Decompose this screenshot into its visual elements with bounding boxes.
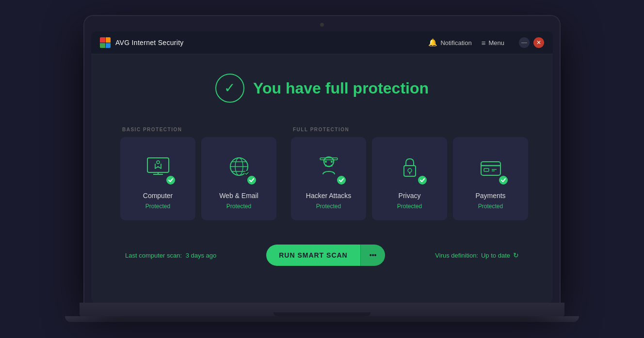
titlebar: AVG Internet Security 🔔 Notification ≡ M… (91, 31, 553, 54)
close-button[interactable]: ✕ (533, 37, 544, 48)
status-icon-circle: ✓ (215, 74, 244, 103)
minimize-button[interactable]: — (519, 37, 530, 48)
full-section-cards: Hacker Attacks Protected (291, 137, 528, 220)
hacker-card-name: Hacker Attacks (306, 191, 351, 200)
status-prefix: You have (253, 79, 325, 97)
basic-protection-section: BASIC PROTECTION (120, 127, 276, 220)
virus-def-status: Up to date (481, 252, 510, 259)
status-highlight: full protection (325, 79, 429, 97)
badge-check-icon-3 (338, 177, 344, 183)
scan-info: Last computer scan: 3 days ago (125, 252, 216, 259)
privacy-check-badge (417, 175, 428, 185)
basic-section-cards: Computer Protected (120, 137, 276, 220)
web-email-card-name: Web & Email (219, 191, 258, 200)
scan-label: Last computer scan: (125, 252, 182, 259)
payments-card-status: Protected (478, 203, 503, 210)
hacker-icon-area (312, 151, 346, 184)
titlebar-right: 🔔 Notification ≡ Menu — ✕ (428, 37, 544, 48)
app-title: AVG Internet Security (115, 39, 184, 46)
computer-card-name: Computer (143, 191, 173, 200)
svg-point-12 (325, 161, 327, 163)
web-email-check-badge (246, 175, 257, 185)
svg-rect-15 (404, 166, 416, 176)
bell-icon: 🔔 (428, 38, 437, 47)
notification-label: Notification (440, 39, 471, 46)
avg-logo (100, 37, 111, 48)
badge-check-icon-5 (500, 177, 506, 183)
logo-blue (106, 43, 111, 48)
svg-point-16 (408, 169, 412, 172)
computer-check-badge (165, 175, 176, 185)
svg-point-3 (157, 161, 160, 164)
computer-card: Computer Protected (120, 137, 195, 220)
window-controls: — ✕ (519, 37, 544, 48)
svg-rect-0 (147, 158, 169, 172)
refresh-icon[interactable]: ↻ (513, 251, 519, 259)
scan-time: 3 days ago (186, 252, 217, 259)
payments-check-badge (498, 175, 509, 185)
laptop-screen-bezel: AVG Internet Security 🔔 Notification ≡ M… (84, 16, 560, 303)
laptop-foot (65, 316, 579, 322)
logo-green (100, 43, 105, 48)
privacy-card: Privacy Protected (372, 137, 447, 220)
titlebar-left: AVG Internet Security (100, 37, 184, 48)
laptop-base (80, 303, 564, 316)
scan-button-group: RUN SMART SCAN ••• (266, 245, 385, 266)
privacy-icon-area (393, 151, 427, 184)
full-section-label: FULL PROTECTION (291, 127, 528, 132)
bottom-bar: Last computer scan: 3 days ago RUN SMART… (120, 245, 524, 266)
hacker-card-status: Protected (316, 203, 341, 210)
full-protection-section: FULL PROTECTION (291, 127, 528, 220)
scan-more-button[interactable]: ••• (360, 245, 386, 266)
virus-def: Virus definition: Up to date ↻ (435, 251, 519, 259)
logo-orange (106, 37, 111, 43)
computer-icon-area (141, 151, 175, 184)
menu-label: Menu (488, 39, 504, 46)
status-title: You have full protection (253, 79, 429, 97)
laptop-wrapper: AVG Internet Security 🔔 Notification ≡ M… (80, 16, 564, 322)
menu-nav[interactable]: ≡ Menu (482, 39, 504, 47)
notification-nav[interactable]: 🔔 Notification (428, 38, 471, 47)
svg-rect-20 (484, 169, 489, 171)
payments-icon-area (474, 151, 508, 184)
app-window: AVG Internet Security 🔔 Notification ≡ M… (91, 31, 553, 303)
badge-check-icon-2 (249, 177, 255, 183)
checkmark-icon: ✓ (224, 81, 235, 95)
badge-check-icon-4 (419, 177, 425, 183)
computer-card-status: Protected (145, 203, 170, 210)
web-email-card: Web & Email Protected (201, 137, 276, 220)
protection-sections: BASIC PROTECTION (120, 127, 524, 220)
laptop-camera (320, 23, 324, 27)
badge-check-icon (168, 177, 174, 183)
privacy-card-status: Protected (397, 203, 422, 210)
privacy-card-name: Privacy (399, 191, 421, 200)
main-content: ✓ You have full protection BASIC PROTECT… (91, 54, 553, 290)
payments-card-name: Payments (475, 191, 505, 200)
menu-icon: ≡ (482, 39, 486, 47)
run-scan-button[interactable]: RUN SMART SCAN (266, 245, 360, 266)
svg-point-13 (331, 161, 333, 163)
virus-def-label: Virus definition: (435, 252, 478, 259)
svg-rect-11 (325, 166, 333, 167)
basic-section-label: BASIC PROTECTION (120, 127, 276, 132)
status-header: ✓ You have full protection (120, 74, 524, 103)
hacker-check-badge (336, 175, 347, 185)
payments-card: Payments Protected (453, 137, 528, 220)
web-email-icon-area (222, 151, 256, 184)
svg-rect-14 (320, 158, 338, 160)
web-email-card-status: Protected (226, 203, 251, 210)
hacker-card: Hacker Attacks Protected (291, 137, 366, 220)
logo-red (100, 37, 105, 43)
